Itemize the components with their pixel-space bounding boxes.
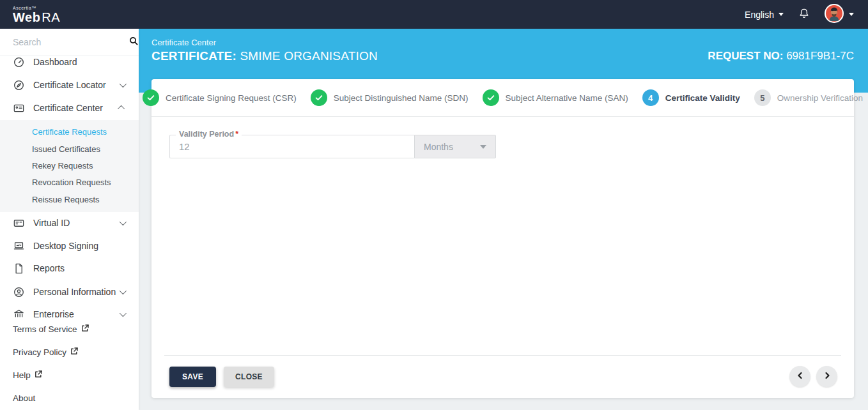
chevron-left-icon: [796, 372, 804, 381]
close-button[interactable]: CLOSE: [224, 367, 274, 387]
sidebar-item-personal-information[interactable]: Personal Information: [0, 280, 139, 303]
user-menu[interactable]: [825, 4, 854, 26]
check-icon: [483, 89, 499, 106]
sidebar-item-reports[interactable]: Reports: [0, 257, 139, 280]
step-label: Ownership Verification: [777, 93, 863, 103]
chevron-down-icon: [120, 310, 127, 317]
desktop-signing-icon: [13, 240, 25, 252]
check-icon: [311, 89, 327, 106]
sidebar-item-rekey-requests[interactable]: Rekey Requests: [0, 159, 139, 173]
sidebar-item-label: Certificate Center: [33, 103, 103, 113]
sidebar-item-certificate-requests[interactable]: Certificate Requests: [0, 125, 139, 139]
sidebar-item-label: Dashboard: [33, 57, 77, 67]
step-certificate-validity[interactable]: 4 Certificate Validity: [642, 89, 740, 106]
report-file-icon: [13, 262, 25, 275]
about-link[interactable]: About: [13, 391, 35, 404]
terms-of-service-link[interactable]: Terms of Service: [13, 323, 89, 335]
dropdown-arrow-icon: [480, 145, 486, 149]
certificate-card-icon: [13, 102, 25, 114]
sidebar-footer: Terms of Service Privacy Policy Help Abo…: [0, 317, 139, 410]
sidebar-item-virtual-id[interactable]: Virtual ID: [0, 211, 139, 234]
validity-period-group: Validity Period* Months: [169, 135, 496, 158]
help-link[interactable]: Help: [13, 368, 42, 381]
certificate-center-submenu: Certificate Requests Issued Certificates…: [0, 120, 139, 212]
sidebar-item-reissue-requests[interactable]: Reissue Requests: [0, 193, 139, 207]
link-label: About: [13, 393, 35, 403]
privacy-policy-link[interactable]: Privacy Policy: [13, 345, 78, 358]
chevron-down-icon: [779, 13, 784, 16]
chevron-down-icon: [120, 287, 127, 294]
request-number: REQUEST NO: 6981F9B1-7C: [708, 50, 854, 63]
step-csr[interactable]: Certificate Signing Request (CSR): [143, 89, 297, 106]
link-label: Terms of Service: [13, 324, 77, 334]
external-link-icon: [35, 370, 42, 380]
language-dropdown[interactable]: English: [745, 10, 784, 20]
sidebar-item-dashboard[interactable]: Dashboard: [0, 50, 139, 73]
validity-unit-value: Months: [424, 142, 453, 152]
step-san[interactable]: Subject Alternative Name (SAN): [483, 89, 628, 106]
chevron-right-icon: [823, 372, 831, 381]
wizard-nav-arrows: [789, 366, 837, 387]
check-icon: [143, 89, 159, 106]
link-label: Help: [13, 370, 31, 380]
sidebar-item-issued-certificates[interactable]: Issued Certificates: [0, 142, 139, 156]
step-ownership-verification[interactable]: 5 Ownership Verification: [754, 89, 863, 106]
save-button[interactable]: SAVE: [169, 367, 216, 387]
brand-ascertia: Ascertia™: [13, 6, 60, 10]
external-link-icon: [70, 347, 78, 357]
previous-step-button[interactable]: [789, 366, 810, 387]
sidebar-item-desktop-signing[interactable]: Desktop Signing: [0, 234, 139, 257]
compass-icon: [13, 79, 25, 91]
step-label: Certificate Validity: [665, 93, 740, 103]
sidebar-item-label: Virtual ID: [33, 218, 70, 228]
step-sdn[interactable]: Subject Distinguished Name (SDN): [311, 89, 469, 106]
link-label: Privacy Policy: [13, 347, 66, 357]
chevron-down-icon: [849, 13, 854, 16]
sidebar-item-certificate-center[interactable]: Certificate Center: [0, 96, 139, 119]
sidebar-item-label: Certificate Locator: [33, 80, 106, 90]
sidebar-item-label: Personal Information: [33, 287, 116, 297]
validity-period-label: Validity Period*: [176, 130, 242, 139]
notifications-button[interactable]: [798, 7, 810, 22]
sidebar-item-label: Reports: [33, 263, 65, 273]
step-number: 4: [642, 89, 659, 106]
bell-icon: [798, 7, 810, 22]
avatar: [825, 4, 844, 26]
wizard-steps: Certificate Signing Request (CSR) Subjec…: [151, 79, 854, 117]
app-logo[interactable]: Ascertia™ WebRA: [13, 6, 60, 24]
step-label: Subject Alternative Name (SAN): [506, 93, 628, 103]
search-input[interactable]: [13, 37, 128, 47]
sidebar-item-certificate-locator[interactable]: Certificate Locator: [0, 73, 139, 96]
step-label: Certificate Signing Request (CSR): [166, 93, 297, 103]
chevron-down-icon: [120, 218, 127, 225]
footer-divider: [164, 355, 841, 356]
step-number: 5: [754, 89, 771, 106]
person-icon: [13, 286, 25, 298]
breadcrumb: Certificate Center: [151, 38, 216, 47]
top-bar: Ascertia™ WebRA English: [0, 0, 868, 29]
sidebar: Dashboard Certificate Locator Certificat…: [0, 29, 139, 410]
virtual-id-icon: [13, 217, 25, 229]
dashboard-icon: [13, 56, 25, 68]
chevron-up-icon: [118, 105, 125, 112]
sidebar-item-revocation-requests[interactable]: Revocation Requests: [0, 176, 139, 190]
sidebar-item-label: Desktop Signing: [33, 241, 98, 251]
search-icon[interactable]: [128, 36, 139, 49]
chevron-down-icon: [120, 80, 127, 87]
external-link-icon: [81, 324, 89, 334]
brand-webra: WebRA: [13, 10, 60, 24]
language-label: English: [745, 10, 774, 20]
page-title: CERTIFICATE: SMIME ORGANISATION: [151, 49, 378, 63]
next-step-button[interactable]: [816, 366, 837, 387]
validity-unit-select[interactable]: Months: [414, 135, 496, 158]
wizard-card: Certificate Signing Request (CSR) Subjec…: [151, 79, 854, 398]
required-marker: *: [235, 130, 238, 139]
step-label: Subject Distinguished Name (SDN): [334, 93, 469, 103]
